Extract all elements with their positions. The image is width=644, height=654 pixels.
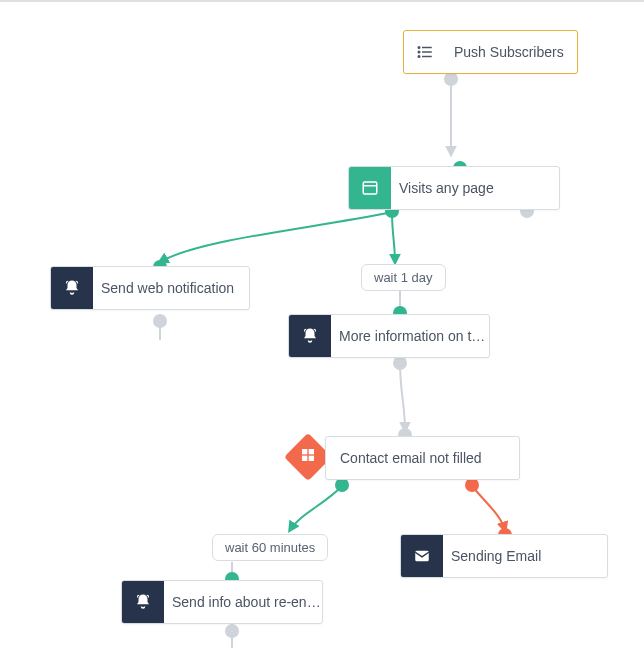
wait-60-minutes[interactable]: wait 60 minutes <box>212 534 328 561</box>
node-label: Push Subscribers <box>446 31 577 73</box>
port-condition-true[interactable] <box>335 478 349 492</box>
svg-point-4 <box>418 51 420 53</box>
node-more-information[interactable]: More information on t… <box>288 314 490 358</box>
port-condition-false[interactable] <box>465 478 479 492</box>
port-reenroll-out[interactable] <box>225 624 239 638</box>
node-label: More information on t… <box>331 315 489 357</box>
port-moreinfo-out[interactable] <box>393 356 407 370</box>
svg-point-3 <box>418 47 420 49</box>
browser-icon <box>349 167 391 209</box>
wait-1-day[interactable]: wait 1 day <box>361 264 446 291</box>
bell-icon <box>289 315 331 357</box>
node-label: Send web notification <box>93 267 248 309</box>
node-push-subscribers[interactable]: Push Subscribers <box>403 30 578 74</box>
svg-point-5 <box>418 56 420 58</box>
node-reenroll[interactable]: Send info about re-en… <box>121 580 323 624</box>
list-icon <box>404 31 446 73</box>
node-label: Visits any page <box>391 167 508 209</box>
svg-rect-10 <box>302 456 307 461</box>
svg-rect-11 <box>309 456 314 461</box>
bell-icon <box>51 267 93 309</box>
bell-icon <box>122 581 164 623</box>
node-label: Send info about re-en… <box>164 581 322 623</box>
mail-icon <box>401 535 443 577</box>
node-label: Contact email not filled <box>326 437 496 479</box>
node-label: Sending Email <box>443 535 555 577</box>
node-sending-email[interactable]: Sending Email <box>400 534 608 578</box>
port-webnotif-out[interactable] <box>153 314 167 328</box>
node-condition-email[interactable]: Contact email not filled <box>325 436 520 480</box>
svg-rect-8 <box>302 449 307 454</box>
node-visits-any-page[interactable]: Visits any page <box>348 166 560 210</box>
svg-rect-6 <box>363 182 377 194</box>
port-push-out[interactable] <box>444 72 458 86</box>
node-web-notification[interactable]: Send web notification <box>50 266 250 310</box>
svg-rect-9 <box>309 449 314 454</box>
